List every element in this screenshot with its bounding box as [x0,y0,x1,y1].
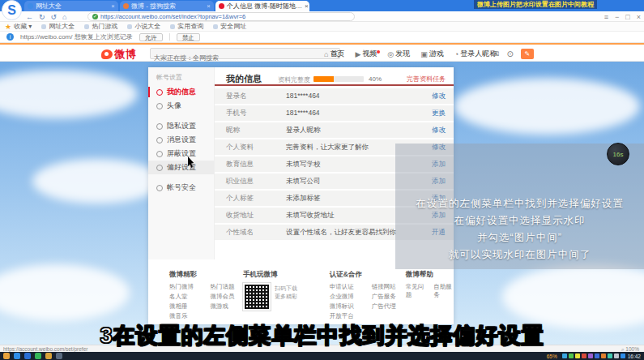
complete-profile-link[interactable]: 完善资料任务 [407,75,446,84]
ie-icon[interactable] [14,353,20,359]
row-label: 登录名 [226,88,247,104]
sidebar-item-帐号安全[interactable]: 帐号安全 [148,181,214,195]
close-button[interactable]: × [637,13,641,21]
sogou-browser-logo[interactable]: S [2,0,22,20]
footer-link[interactable]: 常见问题 [406,283,426,299]
qr-block: 扫码下载更多精彩 [243,283,330,311]
bookmark-item[interactable]: 小说大全 [127,22,160,31]
tab-close-icon[interactable]: × [207,1,211,11]
footer-link[interactable]: 链接网站 [372,283,406,291]
bookmark-item[interactable]: 实用查询 [170,22,203,31]
screen: 网址大全×微博 - 搜狗搜索×个人信息 微博-随时随地…× 微博上传图片把水印设… [0,0,644,360]
tray-icon-5[interactable] [595,354,599,358]
nav-item-视频[interactable]: ▶视频 [355,49,377,59]
tray-icon-1[interactable] [569,354,574,358]
footer-link[interactable]: 热门话题 [210,283,242,291]
tray-icon-4[interactable] [588,354,593,358]
browser-tab[interactable]: 网址大全× [24,1,118,11]
tray-icon-7[interactable] [608,354,612,358]
sogou-icon[interactable] [24,353,31,359]
contacts-icon[interactable] [45,353,52,359]
footer-link[interactable]: 广告服务 [372,293,406,301]
tray-icon-8[interactable] [614,354,619,358]
row-action-link[interactable]: 修改 [432,122,446,138]
clock[interactable]: 16:42 [628,354,641,359]
weibo-logo[interactable]: 微博 [101,47,137,62]
sidebar-item-消息设置[interactable]: 消息设置 [148,133,214,147]
bookmark-label: 安全网址 [220,22,246,31]
nav-item-首页[interactable]: ⌂首页 [324,49,344,59]
weibo-search-box[interactable] [150,48,340,59]
row-action-link[interactable]: 修改 [432,88,446,104]
footer-link[interactable]: 微游戏 [210,302,242,311]
sidebar-item-label: 消息设置 [167,135,196,145]
address-bar[interactable]: ✓ https://account.weibo.com/set/index?to… [87,12,355,21]
footer-links: 热门微博热门话题名人堂微博会员微相册微游戏微音乐 [169,283,243,320]
footer-link[interactable]: 微相册 [169,302,202,311]
footer-link[interactable]: 企业微博 [330,293,364,301]
back-icon[interactable]: ← [26,13,33,21]
start-icon[interactable] [3,353,10,359]
deny-button[interactable]: 禁止 [177,33,200,41]
bookmark-favicon [170,24,175,29]
tray-icon-2[interactable] [575,354,580,358]
table-row: 昵称登录人昵称修改 [215,122,454,139]
row-value: 未填写收货地址 [286,208,335,223]
qr-caption-line: 扫码下载 [275,285,297,293]
sidebar-item-头像[interactable]: 头像 [148,99,214,113]
menu-icon[interactable]: ≡ [604,13,608,21]
nav-item-登录人昵称[interactable]: ◔登录人昵称 [454,49,497,59]
footer-link[interactable]: 微博会员 [210,293,242,301]
footer-link[interactable]: 名人堂 [169,293,202,301]
tab-close-icon[interactable]: × [305,1,309,11]
temperature-widget: 65% [547,354,557,359]
bookmark-item[interactable]: 热门游戏 [84,22,117,31]
footer-link[interactable]: 自助服务 [433,283,454,299]
settings-gear-icon[interactable]: ⊙ [506,49,513,58]
footer-link[interactable]: 广告代理 [372,302,406,311]
allow-button[interactable]: 允许 [139,33,163,41]
row-label: 收货地址 [226,208,254,223]
bookmark-item[interactable]: 网址大全 [41,22,75,31]
footer-link[interactable]: 微博标识 [330,302,364,311]
sidebar-item-偏好设置[interactable]: 偏好设置 [148,161,214,174]
footer-link[interactable]: 开放平台 [330,312,364,320]
browser-tab[interactable]: 个人信息 微博-随时随地…× [215,1,309,11]
footer-link[interactable]: 申请认证 [330,283,364,291]
restore-button[interactable]: □ [625,13,629,21]
tray-icon-9[interactable] [621,354,625,358]
tray-icon-0[interactable] [562,354,567,358]
minimize-button[interactable]: − [615,13,619,21]
sidebar-item-隐私设置[interactable]: 隐私设置 [148,119,214,133]
browser-tab[interactable]: 微博 - 搜狗搜索× [120,1,214,11]
nav-item-label: 视频 [362,49,377,59]
footer-link[interactable]: 微音乐 [169,312,202,320]
refresh-icon[interactable]: ↻ [39,13,45,21]
bookmark-item[interactable]: 安全网址 [213,22,246,31]
cloud [32,159,162,204]
video-icon: ▶ [355,50,360,58]
message-icon[interactable]: ✉ [493,49,499,58]
recorder-icon[interactable] [56,353,62,359]
nav-item-发现[interactable]: ◎发现 [387,49,410,59]
tab-favicon [28,3,33,9]
sidebar-item-我的信息[interactable]: 我的信息 [148,85,214,99]
footer-link[interactable]: 热门微博 [169,283,202,291]
row-label: 昵称 [226,122,240,138]
favorites-button[interactable]: ★收藏 ▾ [5,22,32,31]
phone-icon[interactable] [35,353,41,359]
nav-item-游戏[interactable]: ▣游戏 [420,49,444,59]
search-input[interactable] [151,54,313,63]
tray-icon-3[interactable] [582,354,586,358]
row-action-link[interactable]: 更换 [432,105,446,121]
notification-bar: i https://weibo.com/ 想恢复上次浏览记录 允许 禁止 [0,32,644,43]
compose-button[interactable]: ✎ [521,49,534,59]
undo-icon[interactable]: ↺ [51,13,58,21]
tray-icon-6[interactable] [601,354,606,358]
sidebar-item-屏蔽设置[interactable]: 屏蔽设置 [148,147,214,161]
cloud [0,264,130,321]
home-icon[interactable]: ⌂ [62,13,66,21]
tab-close-icon[interactable]: × [111,1,115,11]
divider [148,113,214,119]
address-url: https://account.weibo.com/set/index?topn… [100,13,245,20]
